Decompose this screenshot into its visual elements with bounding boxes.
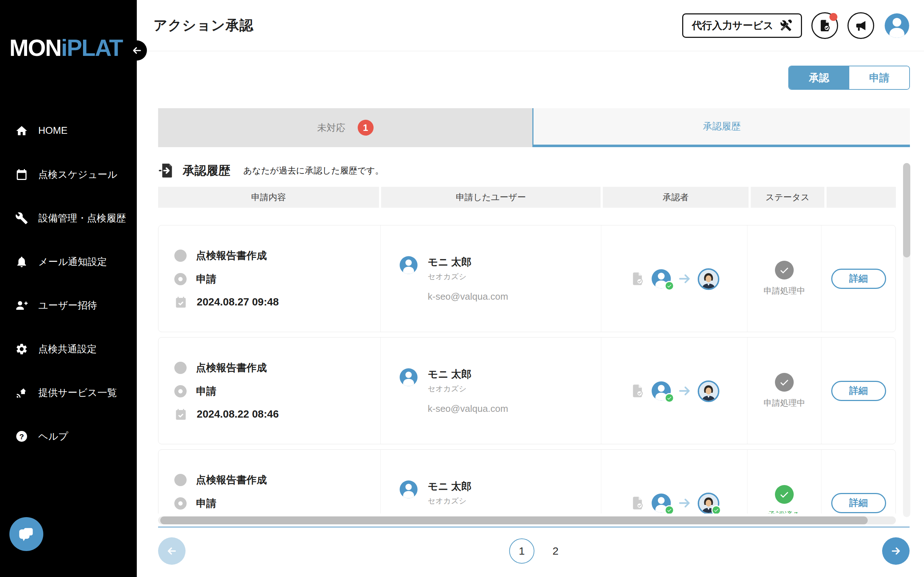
toggle-approve[interactable]: 承認: [789, 66, 849, 89]
section-header: 承認履歴 あなたが過去に承認した履歴です。: [158, 162, 910, 179]
status-label: 申請処理中: [764, 397, 805, 409]
col-header-request: 申請内容: [158, 187, 379, 208]
user-avatar[interactable]: [884, 12, 910, 39]
status-label: 承認済み: [768, 509, 801, 514]
calendar-check-icon: [174, 408, 187, 421]
col-header-status: ステータス: [751, 187, 824, 208]
svg-text:?: ?: [19, 432, 24, 440]
next-page-button[interactable]: [882, 537, 909, 565]
final-approver-avatar: [698, 493, 719, 514]
history-login-icon: [158, 162, 175, 179]
logo-text-white: MON: [10, 35, 61, 61]
sidebar-item-label: メール通知設定: [38, 255, 107, 268]
tab-pending[interactable]: 未対応 1: [158, 108, 532, 147]
tab-history-label: 承認履歴: [703, 120, 741, 133]
request-datetime-label: 2024.08.27 09:48: [197, 296, 279, 308]
requester-cell: モニ 太郎 セオカズシ k-seo@valqua.com: [381, 338, 601, 444]
kind-ring-icon: [174, 385, 187, 397]
request-kind-label: 申請: [196, 384, 216, 398]
wrench-icon: [15, 212, 28, 225]
col-header-approver: 承認者: [603, 187, 749, 208]
sidebar-item-inspection-settings[interactable]: 点検共通設定: [0, 327, 137, 371]
table-header: 申請内容 申請したユーザー 承認者 ステータス: [158, 187, 896, 208]
calendar-check-icon: [174, 296, 187, 309]
approver-document-icon: [630, 271, 645, 286]
request-type-label: 点検報告書作成: [196, 361, 267, 375]
status-cell: 申請処理中: [748, 226, 822, 332]
approver-document-icon: [630, 384, 645, 398]
requester-name: モニ 太郎: [428, 480, 472, 493]
first-approver-avatar: [651, 493, 672, 514]
arrow-left-icon: [166, 545, 178, 557]
approved-badge-icon: [664, 393, 674, 403]
gear-icon: [15, 343, 28, 356]
page-2[interactable]: 2: [552, 545, 559, 557]
requester-email: k-seo@valqua.com: [428, 291, 601, 302]
kind-ring-icon: [174, 273, 187, 285]
sidebar-collapse-button[interactable]: [127, 40, 147, 61]
requester-cell: モニ 太郎 セオカズシ k-seo@valqua.com: [381, 450, 601, 514]
announcements-button[interactable]: [848, 12, 874, 39]
requester-name: モニ 太郎: [428, 367, 472, 381]
status-label: 申請処理中: [764, 285, 805, 297]
sidebar-item-label: 点検共通設定: [38, 343, 97, 356]
topbar-actions: 代行入力サービス: [682, 12, 910, 39]
approver-photo: [698, 380, 719, 402]
status-cell: 申請処理中: [748, 338, 822, 444]
sidebar-item-mail-settings[interactable]: メール通知設定: [0, 240, 137, 284]
request-datetime: 2024.08.27 09:48: [174, 296, 380, 309]
toggle-request[interactable]: 申請: [849, 66, 909, 89]
tab-approval-history[interactable]: 承認履歴: [532, 108, 910, 147]
requester-kana: セオカズシ: [428, 272, 472, 282]
vertical-scrollbar[interactable]: [903, 163, 910, 517]
sidebar-item-services[interactable]: 提供サービス一覧: [0, 371, 137, 414]
detail-button[interactable]: 詳細: [831, 493, 886, 513]
vertical-scrollbar-thumb[interactable]: [903, 163, 910, 258]
col-header-requester: 申請したユーザー: [381, 187, 601, 208]
request-kind-label: 申請: [196, 496, 216, 510]
horizontal-scrollbar-thumb[interactable]: [160, 516, 868, 524]
chat-button[interactable]: [10, 517, 43, 551]
sidebar-item-home[interactable]: HOME: [0, 109, 137, 153]
requester: モニ 太郎 セオカズシ: [399, 255, 601, 282]
approver-cell: [601, 338, 748, 444]
approved-badge-icon: [664, 281, 674, 291]
approved-badge-icon: [664, 505, 674, 514]
approved-badge-icon: [711, 505, 721, 514]
detail-button[interactable]: 詳細: [831, 381, 886, 401]
user-plus-icon: [15, 299, 28, 312]
sidebar-item-invite-user[interactable]: ユーザー招待: [0, 284, 137, 327]
request-cell: 点検報告書作成 申請 2024.08.22 08:46: [158, 338, 381, 444]
sidebar-item-schedule[interactable]: 点検スケジュール: [0, 153, 137, 196]
notification-dot: [829, 13, 837, 21]
reports-button[interactable]: [811, 12, 838, 39]
sidebar-item-label: 点検スケジュール: [38, 168, 117, 181]
horizontal-scrollbar[interactable]: [158, 516, 896, 524]
request-type-label: 点検報告書作成: [196, 473, 267, 487]
home-icon: [15, 124, 28, 137]
detail-button[interactable]: 詳細: [831, 269, 886, 289]
type-dot-icon: [174, 250, 187, 262]
sidebar-item-label: 設備管理・点検履歴: [38, 212, 126, 225]
document-check-icon: [818, 19, 832, 32]
approver-photo: [698, 268, 719, 290]
requester-name: モニ 太郎: [428, 255, 472, 269]
requester: モニ 太郎 セオカズシ: [399, 480, 601, 506]
logo-text-blue: iPLAT: [61, 35, 122, 61]
arrow-right-icon: [677, 272, 692, 286]
proxy-input-service-button[interactable]: 代行入力サービス: [682, 13, 802, 38]
prev-page-button[interactable]: [158, 537, 186, 565]
sidebar-item-label: ヘルプ: [38, 430, 68, 443]
arrow-right-icon: [890, 545, 901, 557]
sidebar-item-equipment[interactable]: 設備管理・点検履歴: [0, 196, 137, 240]
sidebar-item-help[interactable]: ? ヘルプ: [0, 414, 137, 458]
tools-icon: [779, 19, 792, 32]
sidebar-nav: HOME 点検スケジュール 設備管理・点検履歴 メール通知設定 ユーザー招待 点…: [0, 109, 137, 458]
page-1[interactable]: 1: [509, 538, 535, 564]
approver-document-icon: [630, 495, 645, 511]
request-cell: 点検報告書作成 申請 2024.08.20 10:13: [158, 450, 381, 514]
app-logo: MONiPLAT: [10, 35, 137, 61]
request-type: 点検報告書作成: [174, 249, 380, 263]
arrow-right-icon: [677, 384, 692, 398]
requester-names: モニ 太郎 セオカズシ: [428, 480, 472, 506]
